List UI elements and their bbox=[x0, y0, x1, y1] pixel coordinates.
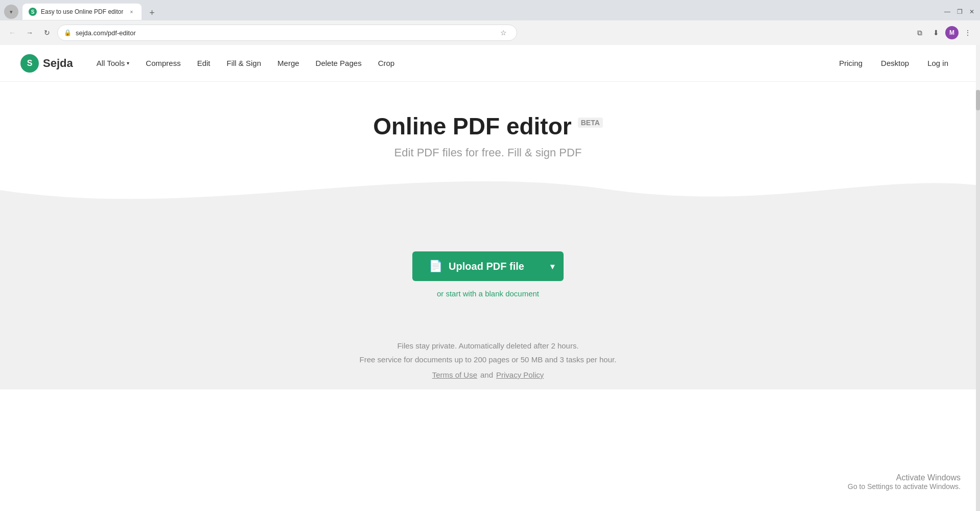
merge-link[interactable]: Merge bbox=[270, 55, 307, 72]
logo-icon: S bbox=[20, 54, 39, 73]
delete-pages-link[interactable]: Delete Pages bbox=[309, 55, 369, 72]
extensions-button[interactable]: ⧉ bbox=[913, 26, 927, 40]
logo-link[interactable]: S Sejda bbox=[20, 54, 73, 73]
upload-btn-main: 📄 Upload PDF file bbox=[412, 251, 541, 281]
active-tab[interactable]: S Easy to use Online PDF editor × bbox=[22, 4, 142, 20]
hero-section: Online PDF editor BETA Edit PDF files fo… bbox=[0, 82, 976, 159]
address-bar[interactable]: 🔒 sejda.com/pdf-editor ☆ bbox=[57, 25, 517, 41]
pricing-link[interactable]: Pricing bbox=[832, 55, 870, 72]
download-button[interactable]: ⬇ bbox=[929, 26, 943, 40]
edit-link[interactable]: Edit bbox=[190, 55, 218, 72]
minimize-button[interactable]: — bbox=[943, 8, 951, 16]
scrollbar[interactable] bbox=[976, 90, 980, 511]
scrollbar-thumb[interactable] bbox=[976, 90, 980, 110]
page-content: S Sejda All Tools ▾ Compress Edit Fill &… bbox=[0, 45, 976, 511]
close-window-button[interactable]: ✕ bbox=[968, 8, 976, 16]
hero-title: Online PDF editor BETA bbox=[373, 112, 603, 140]
privacy-info-line1: Files stay private. Automatically delete… bbox=[397, 339, 578, 353]
profile-avatar[interactable]: M bbox=[945, 26, 959, 39]
fill-sign-link[interactable]: Fill & Sign bbox=[220, 55, 269, 72]
login-link[interactable]: Log in bbox=[920, 55, 955, 72]
all-tools-link[interactable]: All Tools ▾ bbox=[89, 55, 137, 72]
info-links: Terms of Use and Privacy Policy bbox=[432, 370, 544, 379]
maximize-button[interactable]: ❐ bbox=[955, 8, 964, 16]
hero-actions: 📄 Upload PDF file ▾ or start with a blan… bbox=[0, 221, 976, 318]
tab-title: Easy to use Online PDF editor bbox=[41, 8, 123, 15]
bookmark-button[interactable]: ☆ bbox=[496, 26, 510, 40]
hero-subtitle: Edit PDF files for free. Fill & sign PDF bbox=[394, 146, 582, 159]
privacy-policy-link[interactable]: Privacy Policy bbox=[496, 370, 544, 379]
reload-button[interactable]: ↻ bbox=[40, 26, 54, 40]
activate-windows-watermark: Activate Windows Go to Settings to activ… bbox=[848, 473, 961, 491]
tab-favicon: S bbox=[29, 8, 37, 16]
info-section: Files stay private. Automatically delete… bbox=[0, 318, 976, 389]
back-button[interactable]: ← bbox=[5, 26, 19, 40]
forward-button[interactable]: → bbox=[22, 26, 37, 40]
privacy-info-line2: Free service for documents up to 200 pag… bbox=[360, 353, 617, 366]
terms-of-use-link[interactable]: Terms of Use bbox=[432, 370, 477, 379]
site-navigation: S Sejda All Tools ▾ Compress Edit Fill &… bbox=[0, 45, 976, 82]
chevron-down-icon: ▾ bbox=[127, 60, 129, 66]
desktop-link[interactable]: Desktop bbox=[874, 55, 916, 72]
blank-document-link[interactable]: or start with a blank document bbox=[437, 289, 539, 298]
nav-right: Pricing Desktop Log in bbox=[832, 55, 955, 72]
nav-links: All Tools ▾ Compress Edit Fill & Sign Me… bbox=[89, 55, 832, 72]
tab-close-button[interactable]: × bbox=[127, 8, 135, 16]
beta-badge: BETA bbox=[578, 118, 603, 128]
address-text: sejda.com/pdf-editor bbox=[76, 29, 492, 37]
pdf-file-icon: 📄 bbox=[429, 260, 442, 273]
compress-link[interactable]: Compress bbox=[138, 55, 188, 72]
chrome-menu-button[interactable]: ⋮ bbox=[961, 26, 975, 40]
crop-link[interactable]: Crop bbox=[371, 55, 402, 72]
profile-menu-icon[interactable]: ▾ bbox=[4, 5, 18, 19]
upload-dropdown-arrow[interactable]: ▾ bbox=[541, 253, 564, 280]
logo-text: Sejda bbox=[43, 57, 73, 70]
security-icon: 🔒 bbox=[64, 29, 72, 36]
new-tab-button[interactable]: + bbox=[145, 6, 159, 20]
upload-pdf-button[interactable]: 📄 Upload PDF file ▾ bbox=[412, 251, 564, 281]
